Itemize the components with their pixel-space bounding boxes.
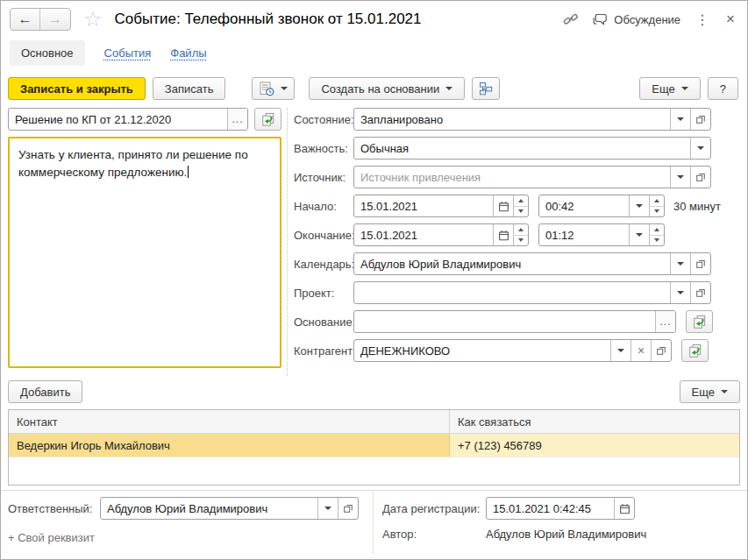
create-based-on-button[interactable]: Создать на основании <box>309 77 465 100</box>
end-date-value[interactable]: 15.01.2021 <box>354 224 493 245</box>
title-bar: ← → ☆ Событие: Телефонный звонок от 15.0… <box>1 1 747 38</box>
tab-files[interactable]: Файлы <box>170 46 206 60</box>
get-link-icon[interactable] <box>563 12 579 26</box>
reminder-split-button[interactable] <box>252 77 295 100</box>
registration-date-value[interactable]: 15.01.2021 0:42:45 <box>487 498 614 519</box>
end-time-dropdown-button[interactable] <box>629 224 649 245</box>
spinner-down-icon <box>654 238 659 242</box>
basis-label: Основание: <box>294 315 353 329</box>
project-value[interactable] <box>354 282 670 303</box>
author-row: Автор: Абдулов Юрий Владимирович <box>382 528 747 541</box>
title-actions: Обсуждение ⋮ × <box>563 11 737 28</box>
state-dropdown-button[interactable] <box>670 109 690 130</box>
importance-value[interactable]: Обычная <box>354 138 690 159</box>
start-time-dropdown-button[interactable] <box>629 195 649 216</box>
calendar-value[interactable]: Абдулов Юрий Владимирович <box>354 253 670 274</box>
add-contact-button[interactable]: Добавить <box>8 380 82 403</box>
spinner-down-button[interactable] <box>514 236 528 246</box>
back-button[interactable]: ← <box>11 9 40 30</box>
responsible-row: Ответственный: Абдулов Юрий Владимирович <box>8 497 373 520</box>
contact-name-cell[interactable]: Ведеркин Игорь Михайлович <box>9 434 450 457</box>
registration-calendar-button[interactable] <box>614 498 634 519</box>
start-time-field: 00:42 <box>538 195 665 217</box>
close-icon[interactable]: × <box>724 11 737 28</box>
subject-choose-button[interactable]: ... <box>227 109 247 130</box>
start-date-calendar-button[interactable] <box>493 195 513 216</box>
basis-open-button[interactable] <box>686 310 713 333</box>
spinner-up-button[interactable] <box>514 195 528 207</box>
state-label: Состояние: <box>294 113 353 126</box>
responsible-value[interactable]: Абдулов Юрий Владимирович <box>101 498 317 519</box>
counterparty-value[interactable]: ДЕНЕЖНИКОВО <box>354 340 610 361</box>
basis-value[interactable] <box>354 311 655 332</box>
responsible-label: Ответственный: <box>8 502 100 515</box>
forward-button[interactable]: → <box>40 9 70 30</box>
start-time-value[interactable]: 00:42 <box>539 195 629 216</box>
calendar-field: Абдулов Юрий Владимирович <box>353 252 711 275</box>
text-cursor <box>188 166 189 178</box>
source-open-button[interactable] <box>690 167 710 188</box>
end-date-calendar-button[interactable] <box>493 224 513 245</box>
state-value[interactable]: Запланировано <box>354 109 670 130</box>
counterparty-open-button[interactable] <box>651 340 671 361</box>
counterparty-field: ДЕНЕЖНИКОВО × <box>353 339 672 362</box>
calendar-open-button[interactable] <box>690 253 710 274</box>
source-dropdown-button[interactable] <box>670 167 690 188</box>
source-placeholder[interactable]: Источник привлечения <box>354 167 670 188</box>
discussion-button[interactable]: Обсуждение <box>592 13 680 26</box>
spinner-up-button[interactable] <box>650 195 664 207</box>
state-field: Запланировано <box>353 108 711 131</box>
favorite-star-icon[interactable]: ☆ <box>83 9 103 30</box>
start-date-value[interactable]: 15.01.2021 <box>354 195 493 216</box>
save-and-close-button[interactable]: Записать и закрыть <box>8 77 146 100</box>
save-button[interactable]: Записать <box>153 77 226 100</box>
spinner-down-button[interactable] <box>514 207 528 217</box>
spinner-down-button[interactable] <box>650 236 664 246</box>
event-form-window: ← → ☆ Событие: Телефонный звонок от 15.0… <box>0 0 748 560</box>
start-row: Начало: 15.01.2021 00:42 <box>294 195 740 217</box>
related-documents-button[interactable] <box>472 77 500 100</box>
counterparty-open-card-button[interactable] <box>681 339 709 362</box>
end-date-spinner <box>513 224 528 245</box>
subject-value[interactable]: Решение по КП от 21.12.2020 <box>9 109 227 130</box>
contacts-more-button[interactable]: Еще <box>680 380 740 403</box>
basis-choose-button[interactable]: ... <box>655 311 675 332</box>
project-open-button[interactable] <box>690 282 710 303</box>
contact-phone-cell[interactable]: +7 (123) 456789 <box>450 434 739 457</box>
column-header-how-to-contact: Как связаться <box>450 410 739 433</box>
end-time-value[interactable]: 01:12 <box>539 224 629 245</box>
discussion-label: Обсуждение <box>614 13 680 26</box>
more-button[interactable]: Еще <box>639 77 700 100</box>
more-actions-kebab-icon[interactable]: ⋮ <box>694 11 711 28</box>
add-custom-attribute-link[interactable]: + Свой реквизит <box>8 531 373 544</box>
project-dropdown-button[interactable] <box>670 282 690 303</box>
dropdown-arrow-icon <box>697 146 704 150</box>
column-splitter[interactable] <box>287 108 288 376</box>
counterparty-clear-button[interactable]: × <box>630 340 651 361</box>
calendar-dropdown-button[interactable] <box>670 253 690 274</box>
spinner-down-button[interactable] <box>650 207 664 217</box>
state-open-button[interactable] <box>690 109 710 130</box>
command-bar: Записать и закрыть Записать Создать на о… <box>1 68 747 108</box>
subject-open-button[interactable] <box>254 108 281 131</box>
description-textarea[interactable]: Узнать у клиента, принято ли решение по … <box>8 137 281 368</box>
source-label: Источник: <box>294 171 353 184</box>
tab-events[interactable]: События <box>104 46 152 60</box>
description-text: Узнать у клиента, принято ли решение по … <box>18 148 248 179</box>
counterparty-dropdown-button[interactable] <box>610 340 630 361</box>
responsible-dropdown-button[interactable] <box>317 498 338 519</box>
registration-date-label: Дата регистрации: <box>382 502 486 515</box>
calendar-icon <box>498 230 509 241</box>
spinner-up-button[interactable] <box>514 224 528 236</box>
importance-dropdown-button[interactable] <box>690 138 710 159</box>
back-arrow-icon: ← <box>18 11 32 27</box>
history-nav: ← → <box>10 8 71 31</box>
state-row: Состояние: Запланировано <box>294 108 740 131</box>
help-button[interactable]: ? <box>708 77 738 100</box>
footer-right: Дата регистрации: 15.01.2021 0:42:45 Авт… <box>373 491 747 553</box>
tab-main[interactable]: Основное <box>10 40 85 66</box>
dropdown-arrow-icon <box>677 291 684 294</box>
spinner-down-icon <box>518 209 524 213</box>
spinner-up-button[interactable] <box>650 224 664 236</box>
responsible-open-button[interactable] <box>338 498 358 519</box>
